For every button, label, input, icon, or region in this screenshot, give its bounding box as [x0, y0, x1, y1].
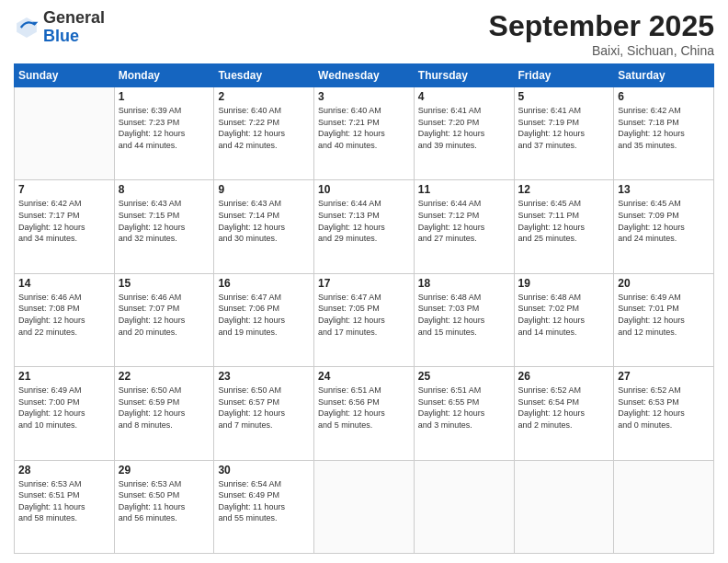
calendar-cell: 18Sunrise: 6:48 AM Sunset: 7:03 PM Dayli… — [414, 273, 514, 366]
cell-text: Sunrise: 6:46 AM Sunset: 7:07 PM Dayligh… — [119, 292, 210, 338]
cell-text: Sunrise: 6:43 AM Sunset: 7:15 PM Dayligh… — [119, 198, 210, 244]
calendar-cell: 26Sunrise: 6:52 AM Sunset: 6:54 PM Dayli… — [514, 367, 614, 460]
calendar-header-row: SundayMondayTuesdayWednesdayThursdayFrid… — [15, 64, 714, 87]
logo-text: General Blue — [43, 9, 105, 46]
day-number: 22 — [119, 370, 210, 383]
day-number: 25 — [418, 370, 510, 383]
cell-text: Sunrise: 6:51 AM Sunset: 6:56 PM Dayligh… — [318, 385, 410, 431]
calendar-header-thursday: Thursday — [414, 64, 514, 87]
calendar-cell: 28Sunrise: 6:53 AM Sunset: 6:51 PM Dayli… — [15, 460, 115, 553]
day-number: 16 — [218, 277, 310, 290]
cell-text: Sunrise: 6:45 AM Sunset: 7:09 PM Dayligh… — [618, 198, 710, 244]
location: Baixi, Sichuan, China — [489, 43, 714, 58]
day-number: 28 — [18, 464, 110, 477]
calendar-cell: 6Sunrise: 6:42 AM Sunset: 7:18 PM Daylig… — [614, 87, 714, 180]
calendar-cell — [614, 460, 714, 553]
calendar-cell: 2Sunrise: 6:40 AM Sunset: 7:22 PM Daylig… — [214, 87, 314, 180]
calendar-cell: 14Sunrise: 6:46 AM Sunset: 7:08 PM Dayli… — [15, 273, 115, 366]
cell-text: Sunrise: 6:44 AM Sunset: 7:12 PM Dayligh… — [418, 198, 510, 244]
day-number: 8 — [119, 183, 210, 196]
day-number: 12 — [518, 183, 610, 196]
cell-text: Sunrise: 6:53 AM Sunset: 6:50 PM Dayligh… — [119, 478, 210, 524]
day-number: 9 — [218, 183, 310, 196]
calendar-cell: 10Sunrise: 6:44 AM Sunset: 7:13 PM Dayli… — [314, 180, 415, 273]
cell-text: Sunrise: 6:51 AM Sunset: 6:55 PM Dayligh… — [418, 385, 510, 431]
cell-text: Sunrise: 6:41 AM Sunset: 7:19 PM Dayligh… — [518, 105, 610, 151]
day-number: 27 — [618, 370, 710, 383]
calendar-cell: 9Sunrise: 6:43 AM Sunset: 7:14 PM Daylig… — [214, 180, 314, 273]
calendar-week-row: 1Sunrise: 6:39 AM Sunset: 7:23 PM Daylig… — [15, 87, 714, 180]
day-number: 2 — [218, 90, 310, 103]
logo-icon — [14, 15, 40, 40]
cell-text: Sunrise: 6:46 AM Sunset: 7:08 PM Dayligh… — [18, 292, 110, 338]
month-title: September 2025 — [489, 9, 714, 43]
calendar-cell — [514, 460, 614, 553]
calendar-cell: 22Sunrise: 6:50 AM Sunset: 6:59 PM Dayli… — [114, 367, 214, 460]
calendar-cell: 25Sunrise: 6:51 AM Sunset: 6:55 PM Dayli… — [414, 367, 514, 460]
calendar-cell: 4Sunrise: 6:41 AM Sunset: 7:20 PM Daylig… — [414, 87, 514, 180]
day-number: 1 — [119, 90, 210, 103]
cell-text: Sunrise: 6:40 AM Sunset: 7:22 PM Dayligh… — [218, 105, 310, 151]
cell-text: Sunrise: 6:42 AM Sunset: 7:17 PM Dayligh… — [18, 198, 110, 244]
calendar-cell — [414, 460, 514, 553]
day-number: 7 — [18, 183, 110, 196]
cell-text: Sunrise: 6:42 AM Sunset: 7:18 PM Dayligh… — [618, 105, 710, 151]
day-number: 18 — [418, 277, 510, 290]
cell-text: Sunrise: 6:45 AM Sunset: 7:11 PM Dayligh… — [518, 198, 610, 244]
calendar-cell: 23Sunrise: 6:50 AM Sunset: 6:57 PM Dayli… — [214, 367, 314, 460]
calendar-header-tuesday: Tuesday — [214, 64, 314, 87]
calendar-cell: 16Sunrise: 6:47 AM Sunset: 7:06 PM Dayli… — [214, 273, 314, 366]
cell-text: Sunrise: 6:49 AM Sunset: 7:00 PM Dayligh… — [18, 385, 110, 431]
cell-text: Sunrise: 6:52 AM Sunset: 6:54 PM Dayligh… — [518, 385, 610, 431]
calendar-week-row: 7Sunrise: 6:42 AM Sunset: 7:17 PM Daylig… — [15, 180, 714, 273]
calendar-header-wednesday: Wednesday — [314, 64, 415, 87]
calendar-cell: 29Sunrise: 6:53 AM Sunset: 6:50 PM Dayli… — [114, 460, 214, 553]
day-number: 5 — [518, 90, 610, 103]
cell-text: Sunrise: 6:50 AM Sunset: 6:57 PM Dayligh… — [218, 385, 310, 431]
day-number: 13 — [618, 183, 710, 196]
day-number: 11 — [418, 183, 510, 196]
cell-text: Sunrise: 6:43 AM Sunset: 7:14 PM Dayligh… — [218, 198, 310, 244]
calendar-cell: 8Sunrise: 6:43 AM Sunset: 7:15 PM Daylig… — [114, 180, 214, 273]
calendar-header-sunday: Sunday — [15, 64, 115, 87]
cell-text: Sunrise: 6:48 AM Sunset: 7:03 PM Dayligh… — [418, 292, 510, 338]
day-number: 26 — [518, 370, 610, 383]
cell-text: Sunrise: 6:47 AM Sunset: 7:06 PM Dayligh… — [218, 292, 310, 338]
page: General Blue September 2025 Baixi, Sichu… — [0, 0, 728, 563]
calendar-cell: 5Sunrise: 6:41 AM Sunset: 7:19 PM Daylig… — [514, 87, 614, 180]
calendar-week-row: 21Sunrise: 6:49 AM Sunset: 7:00 PM Dayli… — [15, 367, 714, 460]
calendar-cell: 30Sunrise: 6:54 AM Sunset: 6:49 PM Dayli… — [214, 460, 314, 553]
calendar-cell: 7Sunrise: 6:42 AM Sunset: 7:17 PM Daylig… — [15, 180, 115, 273]
cell-text: Sunrise: 6:39 AM Sunset: 7:23 PM Dayligh… — [119, 105, 210, 151]
calendar-cell: 17Sunrise: 6:47 AM Sunset: 7:05 PM Dayli… — [314, 273, 415, 366]
day-number: 6 — [618, 90, 710, 103]
day-number: 29 — [119, 464, 210, 477]
calendar-week-row: 28Sunrise: 6:53 AM Sunset: 6:51 PM Dayli… — [15, 460, 714, 553]
calendar-cell: 27Sunrise: 6:52 AM Sunset: 6:53 PM Dayli… — [614, 367, 714, 460]
cell-text: Sunrise: 6:52 AM Sunset: 6:53 PM Dayligh… — [618, 385, 710, 431]
calendar-cell: 13Sunrise: 6:45 AM Sunset: 7:09 PM Dayli… — [614, 180, 714, 273]
day-number: 14 — [18, 277, 110, 290]
day-number: 3 — [318, 90, 410, 103]
cell-text: Sunrise: 6:54 AM Sunset: 6:49 PM Dayligh… — [218, 478, 310, 524]
day-number: 19 — [518, 277, 610, 290]
cell-text: Sunrise: 6:50 AM Sunset: 6:59 PM Dayligh… — [119, 385, 210, 431]
day-number: 4 — [418, 90, 510, 103]
day-number: 17 — [318, 277, 410, 290]
logo-general: General — [43, 8, 105, 27]
calendar-cell: 24Sunrise: 6:51 AM Sunset: 6:56 PM Dayli… — [314, 367, 415, 460]
day-number: 30 — [218, 464, 310, 477]
calendar-header-friday: Friday — [514, 64, 614, 87]
day-number: 24 — [318, 370, 410, 383]
calendar-cell: 15Sunrise: 6:46 AM Sunset: 7:07 PM Dayli… — [114, 273, 214, 366]
day-number: 21 — [18, 370, 110, 383]
cell-text: Sunrise: 6:44 AM Sunset: 7:13 PM Dayligh… — [318, 198, 410, 244]
cell-text: Sunrise: 6:48 AM Sunset: 7:02 PM Dayligh… — [518, 292, 610, 338]
calendar-table: SundayMondayTuesdayWednesdayThursdayFrid… — [14, 63, 714, 554]
day-number: 23 — [218, 370, 310, 383]
header: General Blue September 2025 Baixi, Sichu… — [14, 9, 714, 58]
cell-text: Sunrise: 6:53 AM Sunset: 6:51 PM Dayligh… — [18, 478, 110, 524]
title-block: September 2025 Baixi, Sichuan, China — [489, 9, 714, 58]
calendar-header-monday: Monday — [114, 64, 214, 87]
logo: General Blue — [14, 9, 105, 46]
